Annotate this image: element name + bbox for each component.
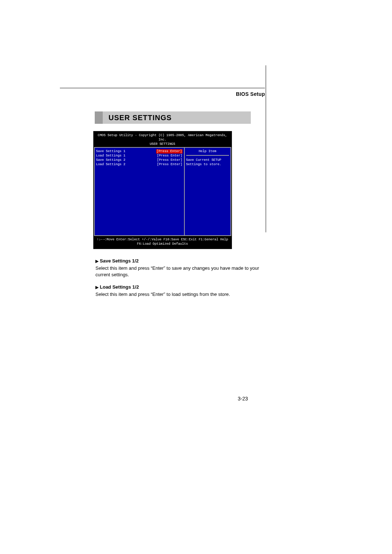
bios-item-value: [Press Enter] <box>157 158 182 162</box>
bios-settings-panel: Save Settings 1 [Press Enter] Load Setti… <box>95 148 184 235</box>
bios-item-label: Load Settings 2 <box>96 162 126 167</box>
document-page: BIOS Setup USER SETTINGS CMOS Setup Util… <box>60 65 265 298</box>
bios-screen-title: USER SETTINGS <box>95 142 230 146</box>
bios-item-label: Load Settings 1 <box>96 154 126 158</box>
header-rule <box>60 88 265 88</box>
section-title: USER SETTINGS <box>109 111 172 124</box>
bios-footer: ↑↓←→:Move Enter:Select +/-/:Value F10:Sa… <box>94 236 231 248</box>
document-body: ▶Save Settings 1/2 Select this item and … <box>60 258 265 298</box>
bios-screenshot: CMOS Setup Utility - Copyright (C) 1985-… <box>93 131 232 249</box>
triangle-right-icon: ▶ <box>95 259 98 263</box>
doc-item-body: Select this item and press “Enter” to sa… <box>95 265 264 278</box>
bios-item-save2[interactable]: Save Settings 2 [Press Enter] <box>96 158 183 162</box>
bios-item-save1[interactable]: Save Settings 1 [Press Enter] <box>96 149 183 154</box>
bios-item-label: Save Settings 2 <box>96 158 126 162</box>
bios-help-title: Help Item <box>186 149 229 156</box>
header-label: BIOS Setup <box>60 91 265 97</box>
bios-item-value: [Press Enter] <box>156 149 182 154</box>
bios-help-text: Save Current SETUP <box>186 158 229 162</box>
bios-item-load1[interactable]: Load Settings 1 [Press Enter] <box>96 154 183 158</box>
bios-item-label: Save Settings 1 <box>96 149 126 154</box>
doc-item-title-load: ▶Load Settings 1/2 <box>95 284 264 290</box>
doc-item-title-text: Load Settings 1/2 <box>100 284 139 290</box>
triangle-right-icon: ▶ <box>95 285 98 289</box>
doc-item-title-save: ▶Save Settings 1/2 <box>95 258 264 264</box>
bios-copyright: CMOS Setup Utility - Copyright (C) 1985-… <box>95 133 230 142</box>
title-accent <box>95 111 103 124</box>
page-number: 3-23 <box>238 396 248 402</box>
doc-item-body: Select this item and press “Enter” to lo… <box>95 291 264 298</box>
bios-help-text: Settings to store. <box>186 162 229 167</box>
bios-footer-keys: F6:Load Optimized Defaults <box>95 242 230 246</box>
bios-item-load2[interactable]: Load Settings 2 [Press Enter] <box>96 162 183 167</box>
bios-item-value: [Press Enter] <box>157 162 182 167</box>
bios-header: CMOS Setup Utility - Copyright (C) 1985-… <box>94 132 231 147</box>
bios-footer-keys: ↑↓←→:Move Enter:Select +/-/:Value F10:Sa… <box>95 237 230 242</box>
vertical-rule <box>266 65 266 232</box>
doc-item-title-text: Save Settings 1/2 <box>100 258 139 264</box>
bios-item-value: [Press Enter] <box>157 154 182 158</box>
bios-body: Save Settings 1 [Press Enter] Load Setti… <box>94 147 231 236</box>
bios-help-panel: Help Item Save Current SETUP Settings to… <box>184 148 230 235</box>
section-title-block: USER SETTINGS <box>95 111 251 124</box>
